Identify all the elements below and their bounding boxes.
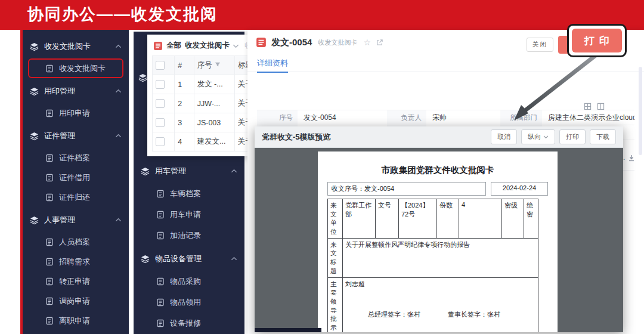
row-checkbox[interactable] — [156, 118, 165, 127]
target-icon — [45, 258, 54, 266]
item-label: 加油记录 — [170, 230, 201, 241]
row-title: 关于开展 — [234, 94, 249, 113]
sidebar-group-zhengjian[interactable]: 证件管理 — [23, 124, 129, 148]
item-label: 收发文批阅卡 — [59, 63, 106, 74]
doc-cell: 密级 — [502, 199, 524, 239]
row-serial-link[interactable]: JJW-... — [194, 94, 234, 113]
chairman-signature: 董事长签字：张村 — [448, 310, 500, 319]
chevron-up-icon — [115, 89, 122, 94]
person-link[interactable]: 宋帅 — [426, 110, 500, 125]
field-label: 序号 — [257, 110, 298, 125]
table-row[interactable]: 4 建发文... 关于组织 — [153, 132, 249, 151]
row-serial-link[interactable]: 建发文... — [194, 132, 234, 151]
print-button[interactable]: 打印 — [559, 129, 586, 144]
sidebar-group-renshi[interactable]: 人事管理 — [23, 208, 129, 232]
col-index: # — [175, 56, 194, 75]
close-button[interactable]: 关闭 — [527, 38, 553, 52]
download-icon[interactable] — [628, 154, 634, 162]
table-row[interactable]: 3 JS-003 关于编制 — [153, 113, 249, 132]
sidebar-group-yongyin[interactable]: 用印管理 — [23, 79, 129, 103]
sidebar-item-zhaopin-xuqiu[interactable]: 招聘需求 — [23, 252, 129, 271]
item-label: 证件借用 — [59, 172, 90, 183]
orientation-dropdown[interactable]: 纵向 — [521, 129, 555, 144]
tab-detail-info[interactable]: 详细资料 — [257, 58, 288, 73]
scrollbar[interactable] — [639, 67, 642, 155]
doc-cell: 关于开展整顿作风严明纪律专项行动的报告 — [343, 238, 538, 277]
row-index: 2 — [175, 94, 194, 113]
row-index: 4 — [175, 132, 194, 151]
sidebar-item-yongyin-shenqing[interactable]: 用印申请 — [23, 103, 129, 123]
group-label: 物品设备管理 — [155, 253, 231, 264]
row-title: 关于组织 — [234, 132, 249, 151]
chevron-down-icon[interactable] — [233, 44, 239, 48]
item-label: 物品采购 — [170, 276, 201, 287]
box-icon — [45, 193, 54, 202]
item-label: 证件档案 — [59, 153, 90, 163]
sidebar-item-renyuan-dangan[interactable]: 人员档案 — [23, 232, 129, 252]
table-row[interactable]: 1 发文 -... 关于给予 — [153, 75, 249, 94]
sidebar-item-wupin-caigou[interactable]: 物品采购 — [134, 271, 244, 292]
row-checkbox[interactable] — [156, 80, 165, 89]
cancel-button[interactable]: 取消 — [491, 129, 517, 144]
title-banner: 协同办公——收发文批阅 — [0, 0, 644, 30]
field-value: 发文-0054 — [298, 110, 387, 125]
download-button[interactable]: 下载 — [590, 129, 616, 144]
row-serial-link[interactable]: JS-003 — [194, 113, 234, 132]
sidebar-item-yongche-shenqing[interactable]: 用车申请 — [134, 204, 244, 225]
horizontal-scrollbar[interactable] — [255, 328, 321, 332]
sidebar-group-yongche[interactable]: 用车管理 — [134, 159, 244, 183]
row-serial-link[interactable]: 发文 -... — [194, 75, 234, 94]
field-value: 房建主体二类演示企业cloud0 — [542, 110, 634, 125]
select-all-checkbox[interactable] — [156, 61, 165, 70]
page-title: 协同办公——收发文批阅 — [0, 0, 644, 29]
wrench-icon — [156, 319, 165, 327]
flag-icon — [156, 277, 165, 286]
table-row[interactable]: 2 JJW-... 关于开展 — [153, 94, 249, 113]
row-checkbox[interactable] — [156, 99, 165, 108]
filter-icon[interactable] — [215, 61, 221, 67]
sidebar-item-zhengjian-dangan[interactable]: 证件档案 — [23, 148, 129, 168]
sidebar-item-zhuanzheng-shenqing[interactable]: 转正申请 — [23, 271, 129, 291]
sidebar-item-jiayou-jilu[interactable]: 加油记录 — [134, 225, 244, 246]
sidebar-item-shebei-baoxiu[interactable]: 设备报修 — [134, 313, 244, 333]
chevron-up-icon — [231, 169, 237, 174]
sidebar-group-shoufawen[interactable]: 收发文批阅卡 — [23, 35, 129, 58]
layers-icon — [138, 73, 147, 82]
red-doc-icon — [256, 37, 267, 48]
field-label: 负责人 — [387, 110, 426, 125]
item-label: 用车申请 — [170, 209, 201, 220]
external-link-icon[interactable] — [376, 39, 383, 47]
document-list-card: 全部 收发文批阅卡 收发文 # 序号 标题 1 发文 -... 关于给予 2 J… — [147, 35, 249, 156]
vertical-label: 来文单位 — [330, 201, 338, 236]
vertical-label: 主要领导批示 — [330, 280, 338, 332]
sidebar-item-shoufawen-card[interactable]: 收发文批阅卡 — [28, 58, 123, 78]
select-all-cell — [153, 56, 175, 75]
doc-serial: 收文序号：发文-0054 — [327, 182, 486, 196]
doc-icon — [45, 154, 54, 162]
group-label: 用车管理 — [155, 166, 231, 177]
col-title: 标题 — [234, 56, 249, 75]
star-icon[interactable]: ☆ — [363, 38, 371, 47]
doc-icon — [45, 109, 54, 117]
layers-icon — [141, 167, 150, 176]
sidebar-item-cheliang-dangan[interactable]: 车辆档案 — [134, 183, 244, 204]
item-label: 证件归还 — [59, 192, 90, 203]
sidebar-group-wupin-shebei[interactable]: 物品设备管理 — [134, 247, 244, 271]
doc-cell: 4 — [459, 199, 502, 239]
sidebar-item-diaogang-shenqing[interactable]: 调岗申请 — [23, 291, 129, 311]
row-checkbox[interactable] — [156, 137, 165, 146]
item-label: 离职申请 — [59, 316, 90, 326]
item-label: 物品领用 — [170, 297, 201, 308]
sidebar-item-zhengjian-guihuan[interactable]: 证件归还 — [23, 187, 129, 207]
doc-icon — [156, 211, 165, 219]
doc-icon — [45, 297, 54, 305]
preview-area: 市政集团党群文件收文批阅卡 收文序号：发文-0054 2024-02-24 来文… — [255, 148, 623, 332]
sidebar-item-lizhi-shenqing[interactable]: 离职申请 — [23, 311, 129, 330]
row-index: 1 — [175, 75, 194, 94]
doc-cell: 党群工作部 — [343, 199, 376, 239]
doc-icon — [45, 317, 54, 325]
sidebar-item-wupin-lingyong[interactable]: 物品领用 — [134, 292, 244, 313]
sidebar-item-zhengjian-jieyong[interactable]: 证件借用 — [23, 168, 129, 187]
field-label: 所属部门 — [500, 110, 542, 125]
print-button-highlighted[interactable]: 打印 — [572, 29, 622, 52]
